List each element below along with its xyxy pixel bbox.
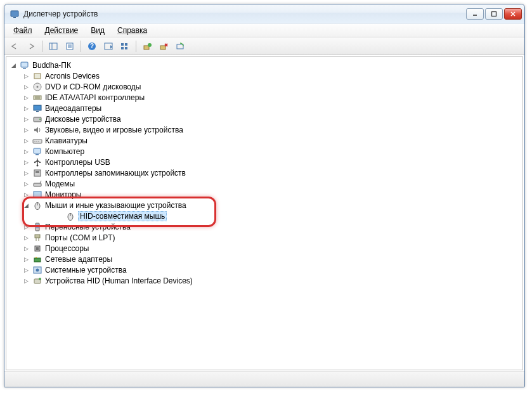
expand-icon[interactable]: ▷	[23, 245, 30, 252]
collapse-icon[interactable]: ◢	[10, 62, 17, 68]
disk-icon	[32, 114, 42, 124]
expand-icon[interactable]: ▷	[23, 159, 30, 165]
expand-icon[interactable]: ▷	[23, 148, 30, 155]
svg-rect-24	[177, 44, 183, 49]
svg-rect-34	[36, 111, 39, 112]
action-button[interactable]	[101, 39, 116, 53]
minimize-button[interactable]	[466, 8, 484, 20]
expand-icon[interactable]: ▷	[23, 277, 30, 284]
tree-device[interactable]: HID-совместимая мышь	[6, 210, 522, 221]
svg-point-43	[37, 164, 39, 166]
svg-rect-27	[34, 74, 41, 79]
expand-icon[interactable]: ▷	[23, 137, 30, 144]
monitor-icon	[32, 190, 42, 200]
tree-category[interactable]: ▷Сетевые адаптеры	[6, 254, 522, 264]
tree-category[interactable]: ▷DVD и CD-ROM дисководы	[6, 81, 522, 92]
tree-node-label: Клавиатуры	[45, 136, 88, 145]
svg-rect-48	[34, 183, 41, 186]
tree-category[interactable]: ◢Мыши и иные указывающие устройства	[6, 200, 522, 210]
portable-icon	[32, 222, 42, 232]
tree-category[interactable]: ▷Модемы	[6, 178, 522, 189]
properties-button[interactable]	[62, 39, 77, 53]
expand-icon[interactable]: ▷	[23, 256, 30, 262]
svg-rect-41	[34, 148, 41, 153]
close-button[interactable]	[504, 8, 522, 20]
tree-node-label: Мониторы	[45, 190, 81, 199]
device-icon	[32, 71, 42, 81]
tree-category[interactable]: ▷Устройства HID (Human Interface Devices…	[6, 275, 522, 286]
svg-point-39	[36, 141, 37, 141]
tree-node-label: Компьютер	[45, 147, 84, 156]
toolbar-separator	[42, 41, 42, 52]
tree-category[interactable]: ▷Клавиатуры	[6, 135, 522, 146]
tree-category[interactable]: ▷IDE ATA/ATAPI контроллеры	[6, 92, 522, 103]
svg-point-36	[39, 119, 41, 120]
tree-category[interactable]: ▷Видеоадаптеры	[6, 103, 522, 113]
expand-icon[interactable]: ▷	[23, 169, 30, 176]
svg-rect-42	[36, 154, 39, 155]
window-title: Диспетчер устройств	[23, 10, 466, 18]
tree-category[interactable]: ▷Контроллеры запоминающих устройств	[6, 167, 522, 178]
tree-category[interactable]: ▷Системные устройства	[6, 264, 522, 275]
menu-help[interactable]: Справка	[112, 25, 152, 36]
view-button[interactable]	[117, 39, 133, 53]
expand-icon[interactable]: ▷	[23, 94, 30, 101]
svg-rect-63	[34, 258, 41, 262]
show-hide-tree-button[interactable]	[46, 39, 61, 53]
svg-rect-37	[33, 139, 42, 143]
tree-category[interactable]: ▷Процессоры	[6, 243, 522, 254]
tree-category[interactable]: ▷Мониторы	[6, 189, 522, 200]
expand-icon[interactable]: ▷	[23, 115, 30, 122]
update-driver-button[interactable]	[139, 39, 155, 53]
svg-rect-57	[36, 224, 39, 228]
expand-icon[interactable]: ▷	[23, 83, 30, 90]
tree-category[interactable]: ▷Компьютер	[6, 146, 522, 157]
toolbar-separator	[81, 41, 81, 52]
tree-node-label: DVD и CD-ROM дисководы	[45, 82, 141, 91]
tree-category[interactable]: ▷Порты (COM и LPT)	[6, 232, 522, 243]
tree-node-label: Acronis Devices	[45, 72, 100, 81]
svg-rect-51	[36, 198, 39, 198]
expand-icon[interactable]: ▷	[23, 126, 30, 133]
system-icon	[32, 265, 42, 275]
menu-view[interactable]: Вид	[86, 25, 110, 36]
storage-icon	[32, 168, 42, 178]
expand-icon[interactable]: ▷	[23, 234, 30, 241]
uninstall-button[interactable]	[156, 39, 171, 53]
menu-file[interactable]: Файл	[8, 25, 37, 36]
nav-forward-button[interactable]	[23, 39, 39, 53]
port-icon	[32, 233, 42, 243]
expand-icon[interactable]: ▷	[23, 191, 30, 198]
tree-category[interactable]: ▷Acronis Devices	[6, 70, 522, 81]
mouse-icon	[65, 211, 75, 221]
expand-icon[interactable]: ▷	[23, 223, 30, 230]
tree-node-label: Переносные устройства	[45, 223, 131, 231]
svg-point-38	[34, 141, 35, 141]
expand-icon[interactable]: ▷	[23, 105, 30, 112]
svg-point-66	[36, 268, 39, 271]
expand-icon[interactable]: ▷	[23, 180, 30, 187]
hid-icon	[32, 276, 42, 286]
computer-icon	[20, 60, 30, 70]
menu-action[interactable]: Действие	[40, 25, 84, 36]
tree-category[interactable]: ▷Дисковые устройства	[6, 113, 522, 124]
help-button[interactable]: ?	[84, 39, 100, 53]
tree-node-label: HID-совместимая мышь	[78, 211, 167, 221]
tree-category[interactable]: ▷Звуковые, видео и игровые устройства	[6, 124, 522, 135]
svg-rect-17	[121, 47, 124, 49]
tree-category[interactable]: ▷Переносные устройства	[6, 221, 522, 232]
svg-rect-25	[21, 62, 28, 67]
svg-point-44	[34, 161, 36, 162]
expand-icon[interactable]: ▷	[23, 72, 30, 79]
maximize-button[interactable]	[485, 8, 503, 20]
usb-icon	[32, 157, 42, 167]
svg-rect-50	[34, 191, 41, 197]
svg-point-29	[37, 86, 39, 87]
tree-root[interactable]: ◢Buddha-ПК	[6, 60, 522, 70]
scan-hardware-button[interactable]	[172, 39, 188, 53]
statusbar	[4, 372, 524, 387]
expand-icon[interactable]: ▷	[23, 266, 30, 273]
collapse-icon[interactable]: ◢	[23, 202, 30, 209]
nav-back-button[interactable]	[7, 39, 22, 53]
tree-category[interactable]: ▷Контроллеры USB	[6, 157, 522, 167]
